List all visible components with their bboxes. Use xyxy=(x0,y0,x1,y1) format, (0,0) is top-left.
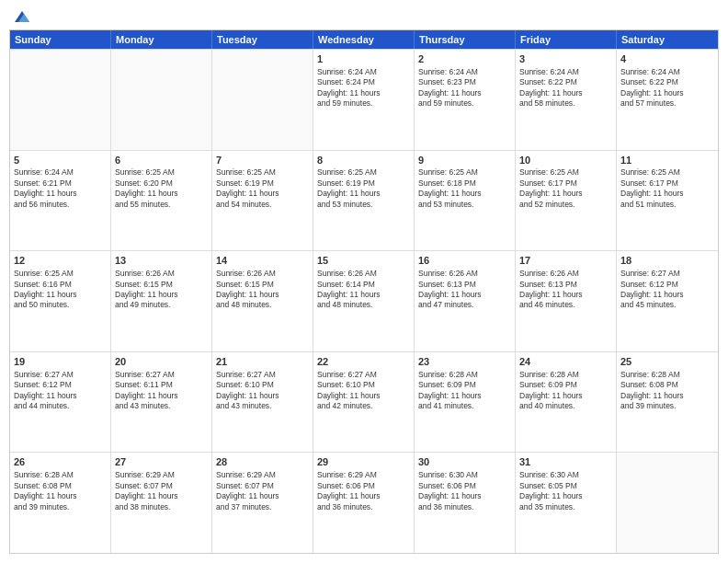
day-info: Sunrise: 6:29 AM Sunset: 6:06 PM Dayligh… xyxy=(317,470,410,512)
day-cell-1: 1Sunrise: 6:24 AM Sunset: 6:24 PM Daylig… xyxy=(313,50,415,150)
day-number: 21 xyxy=(216,355,309,369)
day-number: 29 xyxy=(317,455,410,469)
day-number: 13 xyxy=(115,254,208,268)
day-number: 28 xyxy=(216,455,309,469)
day-cell-11: 11Sunrise: 6:25 AM Sunset: 6:17 PM Dayli… xyxy=(617,151,718,251)
calendar-row-3: 19Sunrise: 6:27 AM Sunset: 6:12 PM Dayli… xyxy=(10,351,718,453)
day-number: 18 xyxy=(620,254,714,268)
empty-cell-0-2 xyxy=(212,50,313,150)
day-number: 30 xyxy=(418,455,511,469)
day-info: Sunrise: 6:25 AM Sunset: 6:18 PM Dayligh… xyxy=(418,167,511,210)
day-cell-26: 26Sunrise: 6:28 AM Sunset: 6:08 PM Dayli… xyxy=(10,453,111,553)
day-number: 31 xyxy=(519,455,612,469)
day-cell-13: 13Sunrise: 6:26 AM Sunset: 6:15 PM Dayli… xyxy=(111,251,212,351)
empty-cell-4-6 xyxy=(617,453,718,553)
day-cell-19: 19Sunrise: 6:27 AM Sunset: 6:12 PM Dayli… xyxy=(10,352,111,453)
day-cell-3: 3Sunrise: 6:24 AM Sunset: 6:22 PM Daylig… xyxy=(516,50,617,150)
day-number: 16 xyxy=(418,254,511,268)
day-info: Sunrise: 6:25 AM Sunset: 6:17 PM Dayligh… xyxy=(519,167,612,210)
day-info: Sunrise: 6:29 AM Sunset: 6:07 PM Dayligh… xyxy=(115,470,208,512)
weekday-header-thursday: Thursday xyxy=(415,30,516,49)
day-cell-30: 30Sunrise: 6:30 AM Sunset: 6:06 PM Dayli… xyxy=(415,453,516,553)
day-number: 7 xyxy=(216,154,309,167)
day-number: 10 xyxy=(519,154,612,167)
day-number: 6 xyxy=(115,154,208,167)
day-info: Sunrise: 6:25 AM Sunset: 6:20 PM Dayligh… xyxy=(115,167,208,210)
day-cell-4: 4Sunrise: 6:24 AM Sunset: 6:22 PM Daylig… xyxy=(617,50,718,150)
calendar-row-2: 12Sunrise: 6:25 AM Sunset: 6:16 PM Dayli… xyxy=(10,250,718,351)
day-cell-25: 25Sunrise: 6:28 AM Sunset: 6:08 PM Dayli… xyxy=(617,352,718,453)
day-number: 14 xyxy=(216,254,309,268)
weekday-header-friday: Friday xyxy=(516,30,617,49)
day-info: Sunrise: 6:26 AM Sunset: 6:15 PM Dayligh… xyxy=(216,269,309,311)
day-cell-21: 21Sunrise: 6:27 AM Sunset: 6:10 PM Dayli… xyxy=(212,352,313,453)
day-number: 11 xyxy=(620,154,714,167)
day-cell-5: 5Sunrise: 6:24 AM Sunset: 6:21 PM Daylig… xyxy=(10,151,111,251)
day-cell-7: 7Sunrise: 6:25 AM Sunset: 6:19 PM Daylig… xyxy=(212,151,313,251)
day-info: Sunrise: 6:27 AM Sunset: 6:12 PM Dayligh… xyxy=(14,370,107,412)
day-number: 22 xyxy=(317,355,410,369)
calendar: SundayMondayTuesdayWednesdayThursdayFrid… xyxy=(9,29,719,554)
day-cell-16: 16Sunrise: 6:26 AM Sunset: 6:13 PM Dayli… xyxy=(415,251,516,351)
day-cell-9: 9Sunrise: 6:25 AM Sunset: 6:18 PM Daylig… xyxy=(415,151,516,251)
page: SundayMondayTuesdayWednesdayThursdayFrid… xyxy=(0,0,728,563)
day-number: 19 xyxy=(14,355,107,369)
day-info: Sunrise: 6:24 AM Sunset: 6:22 PM Dayligh… xyxy=(620,67,714,109)
day-number: 25 xyxy=(620,355,714,369)
day-info: Sunrise: 6:25 AM Sunset: 6:19 PM Dayligh… xyxy=(216,167,309,210)
day-cell-15: 15Sunrise: 6:26 AM Sunset: 6:14 PM Dayli… xyxy=(313,251,415,351)
weekday-header-saturday: Saturday xyxy=(617,30,718,49)
day-cell-22: 22Sunrise: 6:27 AM Sunset: 6:10 PM Dayli… xyxy=(313,352,415,453)
day-info: Sunrise: 6:26 AM Sunset: 6:15 PM Dayligh… xyxy=(115,269,208,311)
day-info: Sunrise: 6:29 AM Sunset: 6:07 PM Dayligh… xyxy=(216,470,309,512)
day-info: Sunrise: 6:30 AM Sunset: 6:05 PM Dayligh… xyxy=(519,470,612,512)
day-cell-12: 12Sunrise: 6:25 AM Sunset: 6:16 PM Dayli… xyxy=(10,251,111,351)
day-info: Sunrise: 6:26 AM Sunset: 6:13 PM Dayligh… xyxy=(519,269,612,311)
day-cell-27: 27Sunrise: 6:29 AM Sunset: 6:07 PM Dayli… xyxy=(111,453,212,553)
calendar-row-0: 1Sunrise: 6:24 AM Sunset: 6:24 PM Daylig… xyxy=(10,49,718,150)
day-cell-18: 18Sunrise: 6:27 AM Sunset: 6:12 PM Dayli… xyxy=(617,251,718,351)
day-info: Sunrise: 6:27 AM Sunset: 6:12 PM Dayligh… xyxy=(620,269,714,311)
day-info: Sunrise: 6:25 AM Sunset: 6:19 PM Dayligh… xyxy=(317,167,410,210)
day-info: Sunrise: 6:27 AM Sunset: 6:10 PM Dayligh… xyxy=(216,370,309,412)
day-number: 17 xyxy=(519,254,612,268)
day-number: 26 xyxy=(14,455,107,469)
day-info: Sunrise: 6:27 AM Sunset: 6:11 PM Dayligh… xyxy=(115,370,208,412)
day-info: Sunrise: 6:24 AM Sunset: 6:24 PM Dayligh… xyxy=(317,67,410,109)
calendar-header: SundayMondayTuesdayWednesdayThursdayFrid… xyxy=(10,30,718,49)
day-number: 12 xyxy=(14,254,107,268)
day-info: Sunrise: 6:25 AM Sunset: 6:16 PM Dayligh… xyxy=(14,269,107,311)
day-number: 20 xyxy=(115,355,208,369)
header xyxy=(9,9,719,22)
day-info: Sunrise: 6:28 AM Sunset: 6:08 PM Dayligh… xyxy=(620,370,714,412)
day-info: Sunrise: 6:28 AM Sunset: 6:09 PM Dayligh… xyxy=(519,370,612,412)
day-cell-29: 29Sunrise: 6:29 AM Sunset: 6:06 PM Dayli… xyxy=(313,453,415,553)
day-number: 3 xyxy=(519,52,612,66)
day-cell-20: 20Sunrise: 6:27 AM Sunset: 6:11 PM Dayli… xyxy=(111,352,212,453)
calendar-body: 1Sunrise: 6:24 AM Sunset: 6:24 PM Daylig… xyxy=(10,49,718,553)
day-info: Sunrise: 6:24 AM Sunset: 6:23 PM Dayligh… xyxy=(418,67,511,109)
empty-cell-0-0 xyxy=(10,50,111,150)
weekday-header-tuesday: Tuesday xyxy=(212,30,313,49)
day-number: 9 xyxy=(418,154,511,167)
day-cell-2: 2Sunrise: 6:24 AM Sunset: 6:23 PM Daylig… xyxy=(415,50,516,150)
day-number: 24 xyxy=(519,355,612,369)
day-cell-14: 14Sunrise: 6:26 AM Sunset: 6:15 PM Dayli… xyxy=(212,251,313,351)
day-number: 8 xyxy=(317,154,410,167)
calendar-row-4: 26Sunrise: 6:28 AM Sunset: 6:08 PM Dayli… xyxy=(10,452,718,553)
day-info: Sunrise: 6:28 AM Sunset: 6:08 PM Dayligh… xyxy=(14,470,107,512)
weekday-header-wednesday: Wednesday xyxy=(313,30,415,49)
day-cell-28: 28Sunrise: 6:29 AM Sunset: 6:07 PM Dayli… xyxy=(212,453,313,553)
logo xyxy=(9,9,31,22)
day-info: Sunrise: 6:26 AM Sunset: 6:13 PM Dayligh… xyxy=(418,269,511,311)
day-cell-6: 6Sunrise: 6:25 AM Sunset: 6:20 PM Daylig… xyxy=(111,151,212,251)
day-info: Sunrise: 6:24 AM Sunset: 6:22 PM Dayligh… xyxy=(519,67,612,109)
empty-cell-0-1 xyxy=(111,50,212,150)
day-number: 23 xyxy=(418,355,511,369)
day-cell-24: 24Sunrise: 6:28 AM Sunset: 6:09 PM Dayli… xyxy=(516,352,617,453)
day-info: Sunrise: 6:30 AM Sunset: 6:06 PM Dayligh… xyxy=(418,470,511,512)
day-cell-17: 17Sunrise: 6:26 AM Sunset: 6:13 PM Dayli… xyxy=(516,251,617,351)
day-info: Sunrise: 6:26 AM Sunset: 6:14 PM Dayligh… xyxy=(317,269,410,311)
day-number: 27 xyxy=(115,455,208,469)
day-cell-23: 23Sunrise: 6:28 AM Sunset: 6:09 PM Dayli… xyxy=(415,352,516,453)
